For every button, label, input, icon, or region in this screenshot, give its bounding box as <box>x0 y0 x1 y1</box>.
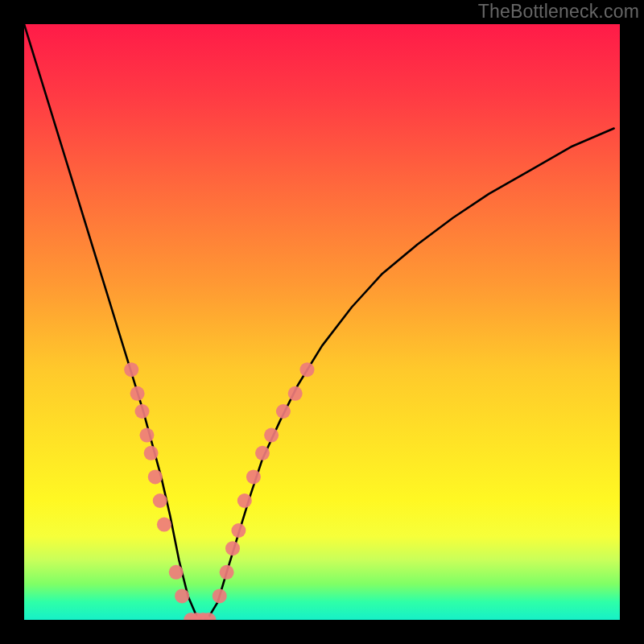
data-marker <box>139 428 154 443</box>
bottleneck-curve <box>24 24 614 620</box>
data-marker <box>130 386 145 401</box>
data-marker <box>157 518 171 532</box>
data-marker <box>213 588 227 603</box>
data-marker <box>124 362 138 377</box>
data-marker <box>276 404 291 419</box>
data-marker <box>246 469 261 484</box>
data-marker <box>144 446 159 460</box>
data-marker <box>264 428 279 443</box>
data-marker <box>175 588 189 603</box>
data-marker <box>225 541 240 555</box>
data-marker <box>220 565 234 580</box>
data-marker <box>148 469 163 484</box>
data-marker <box>237 493 252 508</box>
data-marker <box>288 386 303 401</box>
data-marker <box>169 565 184 580</box>
data-marker <box>255 446 270 460</box>
data-marker <box>300 362 315 377</box>
data-markers <box>124 362 314 620</box>
chart-frame: TheBottleneck.com <box>0 0 644 644</box>
plot-area <box>24 24 620 620</box>
data-marker <box>153 493 167 508</box>
watermark-text: TheBottleneck.com <box>478 1 639 23</box>
data-marker <box>231 523 246 538</box>
data-marker <box>135 404 150 419</box>
chart-svg <box>24 24 620 620</box>
